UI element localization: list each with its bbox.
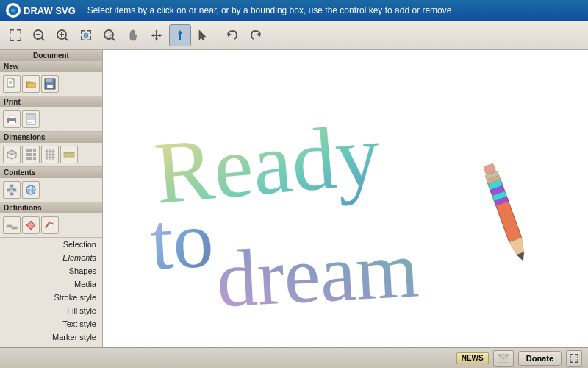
elements-menu-item[interactable]: Elements — [0, 251, 102, 264]
globe-button[interactable] — [22, 181, 40, 199]
svg-text:to: to — [148, 194, 215, 287]
app-logo: DRAW SVG — [6, 3, 76, 18]
selection-menu-item[interactable]: Selection — [0, 238, 102, 251]
svg-rect-117 — [570, 354, 571, 358]
svg-rect-59 — [33, 153, 36, 156]
svg-rect-27 — [107, 32, 111, 37]
svg-rect-76 — [10, 185, 13, 187]
svg-rect-123 — [578, 359, 579, 363]
svg-line-28 — [112, 38, 115, 40]
move-button[interactable] — [146, 24, 168, 46]
svg-rect-121 — [570, 359, 571, 363]
svg-marker-33 — [257, 32, 260, 37]
move-up-button[interactable] — [169, 24, 191, 46]
def3-button[interactable] — [41, 216, 59, 234]
svg-rect-49 — [27, 122, 32, 123]
print-section-header: Print — [0, 96, 102, 107]
ruler-button[interactable] — [60, 146, 78, 163]
svg-rect-40 — [46, 79, 52, 82]
open-doc-button[interactable] — [22, 75, 40, 93]
body-layout: Document New — [0, 21, 588, 368]
content-row: Document New — [0, 50, 588, 347]
svg-rect-23 — [90, 36, 92, 40]
fill-style-menu-item[interactable]: Fill style — [0, 304, 102, 317]
svg-rect-44 — [9, 121, 15, 124]
svg-rect-57 — [26, 153, 29, 156]
grid-button[interactable] — [22, 146, 40, 163]
document-section-header: Document — [0, 50, 102, 61]
marker-style-menu-item[interactable]: Marker style — [0, 330, 102, 344]
logo-icon — [6, 3, 21, 18]
contents-section-content — [0, 178, 102, 202]
definitions-section-content — [0, 213, 102, 237]
svg-marker-30 — [178, 30, 182, 40]
canvas-svg: Ready to dream — [103, 50, 588, 347]
menu-items: Selection Elements Shapes Media Stroke s… — [0, 238, 102, 357]
fit-page-button[interactable] — [4, 24, 26, 46]
canvas-container: Ready to dream — [103, 50, 588, 347]
print-section-content — [0, 107, 102, 131]
3d-box-button[interactable] — [3, 146, 21, 163]
svg-rect-2 — [10, 29, 11, 34]
dimensions-section: Dimensions — [0, 132, 102, 167]
pan-button[interactable] — [122, 24, 144, 46]
new-section-content — [0, 72, 102, 96]
definitions-section: Definitions — [0, 202, 102, 238]
zoom-box-button[interactable] — [98, 24, 121, 46]
svg-point-26 — [104, 30, 113, 39]
text-style-label: Text style — [62, 319, 96, 328]
svg-line-53 — [12, 152, 16, 155]
svg-marker-29 — [151, 29, 162, 41]
shapes-menu-item[interactable]: Shapes — [0, 264, 102, 277]
svg-rect-6 — [10, 37, 11, 41]
select-button[interactable] — [193, 24, 215, 46]
svg-rect-21 — [81, 36, 82, 40]
contents-section: Contents — [0, 167, 102, 202]
news-button[interactable]: NEWS — [456, 352, 489, 364]
undo-button[interactable] — [221, 24, 243, 46]
dimensions-section-header: Dimensions — [0, 132, 102, 143]
fit-selection-button[interactable] — [75, 24, 97, 46]
svg-rect-19 — [90, 30, 92, 34]
svg-rect-17 — [81, 30, 82, 34]
left-sidebar: Document New — [0, 50, 103, 347]
zoom-in-button[interactable] — [51, 24, 74, 46]
print-button[interactable] — [3, 110, 21, 128]
svg-rect-45 — [14, 118, 15, 120]
print-preview-button[interactable] — [22, 110, 40, 128]
svg-rect-4 — [21, 29, 22, 34]
svg-point-92 — [49, 222, 51, 224]
def1-button[interactable] — [3, 216, 21, 234]
save-doc-button[interactable] — [41, 75, 59, 93]
contents-section-header: Contents — [0, 167, 102, 178]
grid2-button[interactable] — [41, 146, 59, 163]
stroke-style-menu-item[interactable]: Stroke style — [0, 291, 102, 304]
new-section-header: New — [0, 61, 102, 72]
svg-line-11 — [42, 38, 45, 40]
svg-text:dream: dream — [215, 224, 421, 324]
def2-button[interactable] — [22, 216, 40, 234]
tree-button[interactable] — [3, 181, 21, 199]
mail-button[interactable] — [493, 350, 514, 367]
fullscreen-button[interactable] — [566, 350, 582, 367]
new-doc-button[interactable] — [3, 75, 21, 93]
svg-marker-32 — [228, 32, 232, 37]
toolbar-separator — [218, 26, 218, 44]
svg-rect-43 — [9, 116, 15, 118]
donate-button[interactable]: Donate — [518, 351, 562, 366]
definitions-section-header: Definitions — [0, 202, 102, 213]
svg-rect-88 — [7, 225, 12, 227]
text-style-menu-item[interactable]: Text style — [0, 317, 102, 330]
svg-rect-48 — [27, 121, 35, 121]
toolbar — [0, 21, 588, 50]
redo-button[interactable] — [245, 24, 267, 46]
svg-rect-89 — [12, 227, 17, 229]
zoom-out-button[interactable] — [28, 24, 50, 46]
app-title: DRAW SVG — [24, 5, 76, 16]
svg-marker-31 — [199, 30, 206, 40]
svg-rect-60 — [26, 157, 29, 160]
svg-line-15 — [65, 38, 68, 40]
svg-rect-47 — [27, 115, 35, 120]
media-menu-item[interactable]: Media — [0, 277, 102, 291]
dimensions-section-content — [0, 143, 102, 166]
